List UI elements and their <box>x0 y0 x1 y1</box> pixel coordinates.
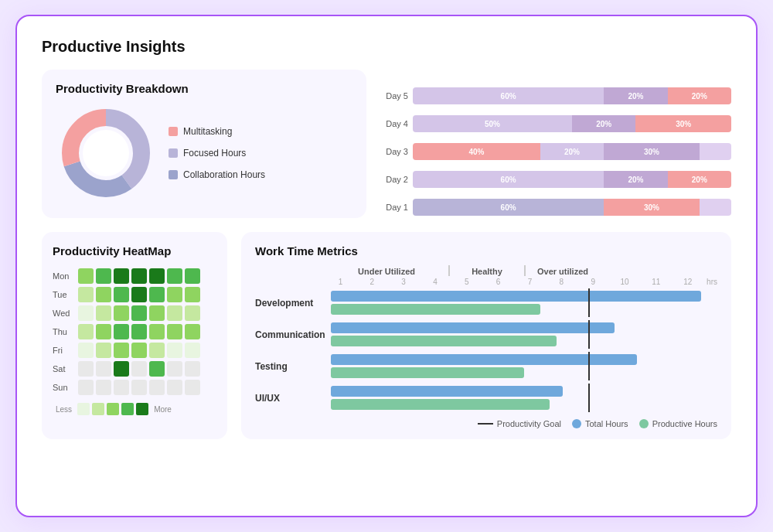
heatmap-cell <box>185 268 200 284</box>
heatmap-cell <box>114 361 129 377</box>
heatmap-cell <box>131 305 147 321</box>
worktime-team-label: UI/UX <box>255 393 325 404</box>
legend-goal: Productivity Goal <box>478 419 561 428</box>
heatmap-cell <box>131 343 147 358</box>
bar-day-label: Day 3 <box>380 147 408 156</box>
heatmap-grid: MonTueWedThuFriSatSun <box>53 268 216 395</box>
page-title: Productive Insights <box>42 38 731 56</box>
heatmap-day-label: Thu <box>53 327 76 336</box>
legend-item-collab: Collaboration Hours <box>169 169 265 180</box>
bar-segment <box>700 199 731 216</box>
worktime-team-row: Development <box>255 291 717 315</box>
main-card: Productive Insights Productivity Breakdo… <box>15 15 758 517</box>
donut-legend: Multitasking Focused Hours Collaboration… <box>169 126 265 180</box>
axis-unit: hrs <box>707 278 717 286</box>
heatmap-cell <box>131 361 147 377</box>
heatmap-cell <box>96 268 111 284</box>
heatmap-cell <box>185 305 200 321</box>
legend-total-label: Total Hours <box>585 419 628 428</box>
heatmap-day-label: Fri <box>53 346 76 355</box>
bottom-section: Productivity HeatMap MonTueWedThuFriSatS… <box>42 232 731 439</box>
bar-row: Day 340%20%30% <box>380 141 731 162</box>
heatmap-cell <box>78 305 94 321</box>
heatmap-cell <box>96 361 111 377</box>
heatmap-cell <box>149 268 165 284</box>
bar-segment: 20% <box>668 87 731 104</box>
legend-goal-label: Productivity Goal <box>497 419 561 428</box>
legend-total: Total Hours <box>572 419 628 428</box>
breakdown-inner: Multitasking Focused Hours Collaboration… <box>56 103 352 203</box>
heatmap-day-label: Wed <box>53 309 76 318</box>
bar-segment: 20% <box>668 171 731 188</box>
heatmap-cell <box>149 343 165 358</box>
axis-num: 12 <box>672 278 703 286</box>
heatmap-cell <box>185 287 200 302</box>
worktime-bars-col <box>331 386 717 410</box>
heatmap-cell <box>114 324 129 339</box>
axis-num: 6 <box>482 278 514 286</box>
heatmap-cell <box>185 361 200 377</box>
heatmap-cell <box>167 324 182 339</box>
heatmap-row: Sat <box>53 361 216 377</box>
heatmap-row: Thu <box>53 324 216 339</box>
bar-segment <box>700 143 731 160</box>
worktime-team-label: Development <box>255 298 325 309</box>
worktime-bars-col <box>331 322 717 346</box>
bar-track: 40%20%30% <box>413 143 731 160</box>
heatmap-cell <box>185 343 200 358</box>
donut-chart <box>56 103 156 203</box>
bar-track: 60%30% <box>413 199 731 216</box>
goal-line <box>588 288 590 317</box>
bar-segment: 20% <box>572 115 635 132</box>
axis-num: 5 <box>451 278 482 286</box>
heatmap-cell <box>149 305 165 321</box>
bar-segment: 40% <box>413 143 540 160</box>
heatmap-legend-1 <box>92 403 104 415</box>
heatmap-legend-4 <box>136 403 148 415</box>
axis-num: 3 <box>388 278 420 286</box>
axis-num: 8 <box>546 278 577 286</box>
bar-segment: 20% <box>540 143 604 160</box>
bar-day-label: Day 2 <box>380 175 408 184</box>
heatmap-cell <box>78 361 94 377</box>
bar-segment: 60% <box>413 171 604 188</box>
heatmap-cell <box>114 268 129 284</box>
breakdown-section: Productivity Breakdown <box>42 70 366 218</box>
legend-label-multitask: Multitasking <box>183 126 232 137</box>
bar-row: Day 560%20%20% <box>380 85 731 107</box>
total-bar <box>331 291 701 302</box>
legend-dot-focused <box>169 148 178 158</box>
heatmap-cell <box>114 287 129 302</box>
legend-dot-collab <box>169 170 178 179</box>
heatmap-cell <box>149 361 165 377</box>
heatmap-legend-2 <box>107 403 119 415</box>
breakdown-title: Productivity Breakdown <box>56 82 352 95</box>
heatmap-cell <box>185 324 200 339</box>
heatmap-cell <box>78 324 94 339</box>
total-bar <box>331 322 615 333</box>
heatmap-cell <box>185 380 200 395</box>
heatmap-cell <box>114 305 129 321</box>
heatmap-cell <box>96 324 111 339</box>
heatmap-legend-3 <box>121 403 134 415</box>
bar-segment: 20% <box>604 87 667 104</box>
bar-segment: 60% <box>413 87 604 104</box>
top-section: Productivity Breakdown <box>42 70 731 218</box>
bar-row: Day 450%20%30% <box>380 113 731 135</box>
goal-line <box>588 352 590 380</box>
heatmap-cell <box>96 287 111 302</box>
total-bar <box>331 354 637 365</box>
axis-num: 7 <box>514 278 546 286</box>
heatmap-cell <box>131 287 147 302</box>
total-bar <box>331 386 563 397</box>
legend-item-multitask: Multitasking <box>169 126 265 137</box>
zone-under-label: Under Utilized <box>325 267 448 276</box>
legend-productive-label: Productive Hours <box>652 419 717 428</box>
heatmap-cell <box>96 305 111 321</box>
legend-goal-line <box>478 423 493 425</box>
heatmap-cell <box>114 343 129 358</box>
productive-bar <box>331 336 557 346</box>
heatmap-cell <box>78 343 94 358</box>
worktime-team-row: UI/UX <box>255 386 717 410</box>
heatmap-cell <box>167 268 182 284</box>
